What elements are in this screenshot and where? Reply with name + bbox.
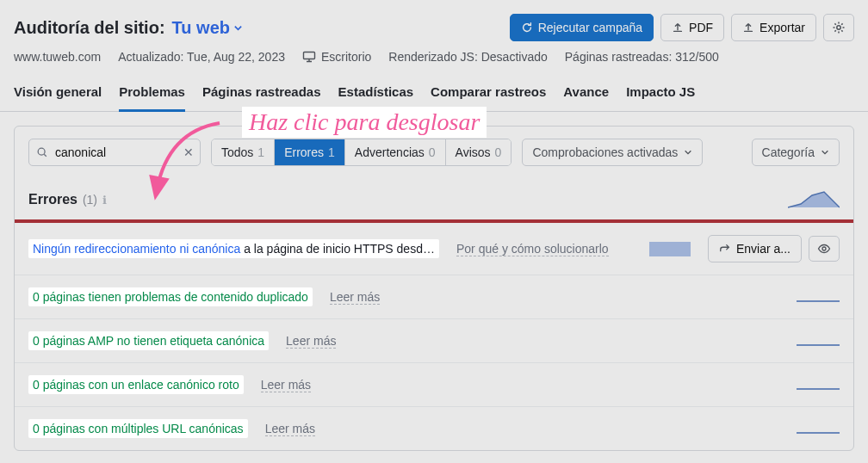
upload-icon — [742, 22, 754, 34]
refresh-icon — [521, 22, 533, 34]
section-title: Errores — [28, 192, 78, 207]
page-title: Auditoría del sitio: — [14, 18, 165, 38]
rerun-label: Rejecutar campaña — [538, 21, 642, 34]
search-icon — [36, 146, 48, 158]
search-input[interactable] — [28, 139, 201, 166]
share-icon — [719, 243, 731, 255]
section-count: (1) — [83, 193, 97, 207]
meta-js: Renderizado JS: Desactivado — [388, 50, 547, 64]
issue-title[interactable]: 0 páginas con un enlace canónico roto — [28, 375, 244, 394]
export-label: Exportar — [760, 21, 805, 34]
issue-row: 0 páginas tienen problemas de contenido … — [15, 275, 853, 319]
export-button[interactable]: Exportar — [731, 14, 816, 41]
issue-title[interactable]: Ningún redireccionamiento ni canónica a … — [28, 239, 439, 258]
desktop-icon — [302, 51, 316, 63]
issue-row: Ningún redireccionamiento ni canónica a … — [15, 223, 853, 275]
domain-label: Tu web — [172, 18, 230, 38]
meta-updated: Actualizado: Tue, Aug 22, 2023 — [118, 50, 285, 64]
issue-title[interactable]: 0 páginas tienen problemas de contenido … — [28, 287, 313, 306]
annotation-callout: Haz clic para desglosar — [242, 107, 487, 138]
issue-sparkline — [797, 421, 840, 436]
issue-title[interactable]: 0 páginas con múltiples URL canónicas — [28, 419, 248, 438]
read-more-link[interactable]: Leer más — [265, 422, 315, 436]
filter-all[interactable]: Todos1 — [212, 139, 275, 165]
errors-section-header: Errores (1) ℹ — [15, 178, 853, 219]
tab-issues[interactable]: Problemas — [119, 76, 185, 112]
pdf-label: PDF — [689, 21, 713, 34]
read-more-link[interactable]: Leer más — [286, 334, 336, 349]
tab-progress[interactable]: Avance — [563, 76, 609, 112]
settings-button[interactable] — [823, 14, 854, 41]
issue-sparkbar — [649, 242, 691, 256]
category-dropdown[interactable]: Categoría — [752, 139, 840, 166]
eye-icon — [817, 243, 831, 255]
read-more-link[interactable]: Leer más — [261, 378, 311, 392]
filter-warnings[interactable]: Advertencias0 — [345, 139, 446, 165]
hide-button[interactable] — [809, 236, 840, 262]
upload-icon — [672, 22, 684, 34]
why-how-link[interactable]: Por qué y cómo solucionarlo — [456, 242, 609, 256]
issue-row: 0 páginas AMP no tienen etiqueta canónic… — [15, 319, 853, 363]
issue-type-filter: Todos1 Errores1 Advertencias0 Avisos0 — [211, 139, 512, 166]
section-sparkline — [788, 188, 840, 211]
svg-point-3 — [822, 247, 826, 250]
info-icon[interactable]: ℹ — [102, 194, 107, 207]
checks-dropdown[interactable]: Comprobaciones activadas — [522, 139, 703, 166]
svg-point-0 — [837, 26, 840, 29]
chevron-down-icon — [684, 148, 692, 157]
send-to-button[interactable]: Enviar a... — [708, 235, 802, 262]
chevron-down-icon — [821, 148, 829, 157]
meta-url: www.tuweb.com — [14, 50, 101, 64]
chevron-down-icon — [233, 23, 243, 33]
issue-sparkline — [797, 333, 840, 349]
issue-row: 0 páginas con un enlace canónico roto Le… — [15, 363, 853, 407]
svg-point-2 — [38, 148, 45, 155]
filter-errors[interactable]: Errores1 — [275, 139, 345, 165]
gear-icon — [832, 21, 846, 34]
issues-panel: ✕ Todos1 Errores1 Advertencias0 Avisos0 … — [14, 126, 854, 451]
filter-notices[interactable]: Avisos0 — [446, 139, 512, 165]
issue-title[interactable]: 0 páginas AMP no tienen etiqueta canónic… — [28, 331, 269, 350]
pdf-button[interactable]: PDF — [660, 14, 724, 41]
read-more-link[interactable]: Leer más — [330, 290, 380, 305]
domain-selector[interactable]: Tu web — [172, 18, 243, 38]
svg-rect-1 — [303, 52, 314, 59]
meta-crawled: Páginas rastreadas: 312/500 — [565, 50, 719, 64]
tab-jsimpact[interactable]: Impacto JS — [626, 76, 695, 112]
rerun-button[interactable]: Rejecutar campaña — [510, 14, 654, 41]
issue-sparkline — [797, 377, 840, 392]
search-input-wrap: ✕ — [28, 139, 201, 166]
issue-row: 0 páginas con múltiples URL canónicas Le… — [15, 407, 853, 450]
meta-device: Escritorio — [302, 50, 371, 64]
issue-sparkline — [797, 289, 840, 305]
clear-search-icon[interactable]: ✕ — [183, 145, 194, 159]
tab-overview[interactable]: Visión general — [14, 76, 102, 112]
